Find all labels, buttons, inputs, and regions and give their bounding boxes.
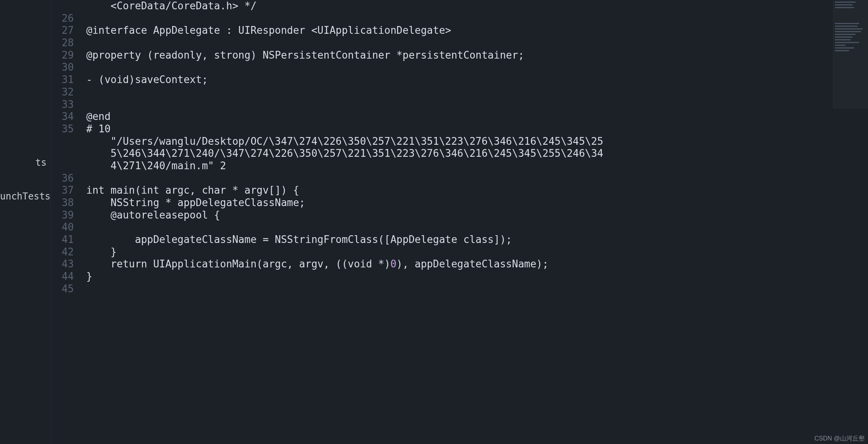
code-line [86,283,868,295]
code-line [86,99,868,111]
code-line: 4\271\240/main.m" 2 [86,160,868,172]
code-editor[interactable]: 26 27 28 29 30 31 32 33 34 35 36 37 38 3… [51,0,868,444]
code-line: } [86,246,868,258]
code-content[interactable]: <CoreData/CoreData.h> */ @interface AppD… [82,0,868,444]
minimap[interactable] [833,0,868,109]
code-line: <CoreData/CoreData.h> */ [86,0,868,12]
line-number: 26 [51,12,82,25]
code-line: return UIApplicationMain(argc, argv, ((v… [86,258,868,271]
code-line: "/Users/wanglu/Desktop/OC/\347\274\226\3… [86,135,868,148]
code-line [86,37,868,49]
line-number: 33 [51,99,82,111]
sidebar-item[interactable]: ts [0,151,51,174]
line-number [51,147,82,160]
line-number: 35 [51,123,82,135]
line-number: 34 [51,111,82,123]
line-number: 36 [51,172,82,185]
code-line: int main(int argc, char * argv[]) { [86,184,868,197]
code-line: - (void)saveContext; [86,74,868,86]
code-line: } [86,271,868,283]
line-number: 32 [51,86,82,99]
code-line: 5\246\344\271\240/\347\274\226\350\257\2… [86,147,868,160]
watermark-text: CSDN @山河丘壑 [814,435,865,442]
code-line: appDelegateClassName = NSStringFromClass… [86,234,868,246]
line-number: 39 [51,209,82,222]
line-number: 41 [51,234,82,246]
code-line: NSString * appDelegateClassName; [86,197,868,209]
line-number: 29 [51,49,82,62]
code-line: @end [86,111,868,123]
code-line: @autoreleasepool { [86,209,868,222]
line-number: 42 [51,246,82,258]
line-number [51,160,82,172]
code-line [86,86,868,99]
code-line [86,172,868,185]
sidebar-item[interactable]: unchTests [0,185,51,208]
code-line: # 10 [86,123,868,135]
line-number [51,135,82,148]
line-number: 37 [51,184,82,197]
line-number: 30 [51,61,82,74]
code-line [86,221,868,234]
line-number [51,0,82,12]
line-number: 27 [51,24,82,37]
code-line [86,12,868,25]
line-number: 38 [51,197,82,209]
line-number-gutter: 26 27 28 29 30 31 32 33 34 35 36 37 38 3… [51,0,82,444]
line-number: 43 [51,258,82,271]
line-number: 40 [51,221,82,234]
line-number: 31 [51,74,82,86]
code-line: @interface AppDelegate : UIResponder <UI… [86,24,868,37]
code-line: @property (readonly, strong) NSPersisten… [86,49,868,62]
line-number: 45 [51,283,82,295]
code-line [86,61,868,74]
line-number: 28 [51,37,82,49]
line-number: 44 [51,271,82,283]
file-navigator-sidebar: ts unchTests [0,0,51,444]
